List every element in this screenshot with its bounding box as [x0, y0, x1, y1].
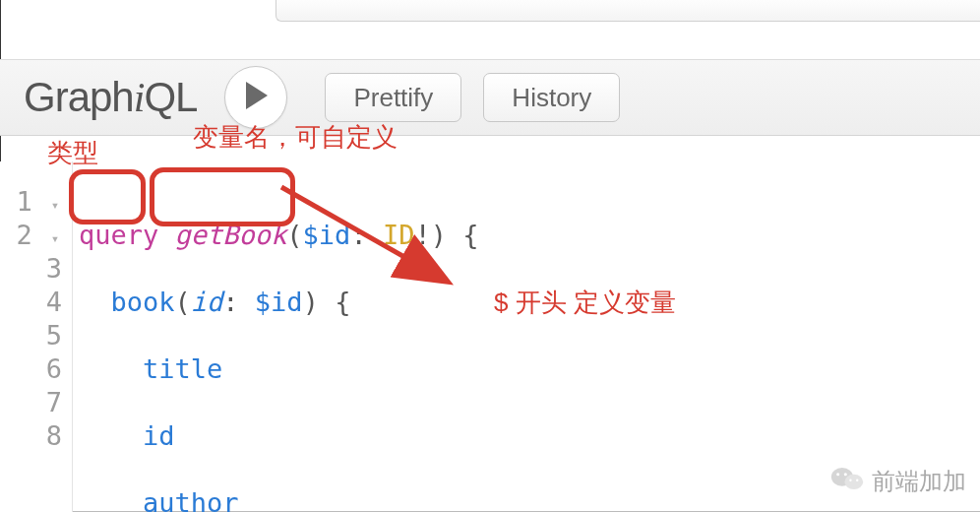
svg-marker-0 — [246, 82, 268, 109]
prettify-label: Prettify — [353, 83, 433, 113]
field-title: title — [143, 353, 222, 384]
fold-icon[interactable]: ▾ — [48, 222, 62, 255]
field-id: id — [143, 420, 175, 451]
variable-def: $id — [303, 220, 351, 250]
field-author: author — [143, 487, 239, 512]
svg-point-5 — [836, 473, 839, 476]
wechat-icon — [830, 465, 872, 498]
play-icon — [244, 82, 268, 113]
arg-value: $id — [255, 287, 303, 317]
url-bar-fragment — [276, 0, 980, 22]
fold-icon[interactable]: ▾ — [48, 188, 62, 222]
history-label: History — [512, 83, 591, 113]
prettify-button[interactable]: Prettify — [325, 73, 461, 122]
type-ref: ID — [383, 220, 415, 250]
operation-name: getBook — [175, 220, 287, 250]
svg-point-7 — [849, 480, 851, 481]
watermark-text: 前端加加 — [872, 466, 966, 497]
svg-point-6 — [844, 473, 847, 476]
query-editor[interactable]: 1 ▾ 2 ▾ 3 4 5 6 7 8 query getBook($id: I… — [0, 161, 980, 512]
graphiql-logo: GraphiQL — [24, 74, 197, 121]
line-gutter: 1 ▾ 2 ▾ 3 4 5 6 7 8 — [0, 161, 73, 512]
svg-point-4 — [844, 475, 863, 489]
graphiql-toolbar: GraphiQL Prettify History — [0, 59, 980, 136]
field-book: book — [111, 287, 175, 317]
code-content[interactable]: query getBook($id: ID!) { book(id: $id) … — [73, 161, 478, 512]
arg-name: id — [191, 287, 223, 317]
watermark: 前端加加 — [830, 465, 966, 498]
svg-point-8 — [856, 480, 858, 481]
execute-button[interactable] — [224, 66, 287, 129]
history-button[interactable]: History — [483, 73, 620, 122]
keyword-query: query — [79, 220, 158, 250]
